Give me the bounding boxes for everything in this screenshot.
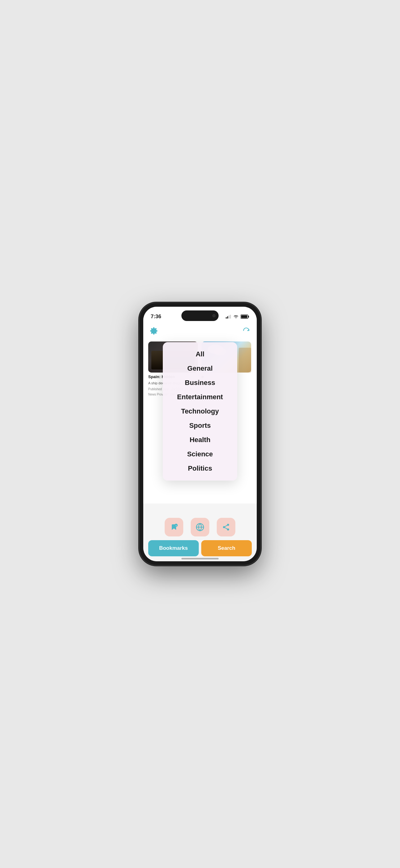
status-bar: 7:36 bbox=[143, 307, 257, 323]
status-icons bbox=[226, 314, 249, 319]
app-header bbox=[143, 323, 257, 339]
bottom-actions: + bbox=[143, 515, 257, 561]
svg-rect-2 bbox=[229, 315, 229, 318]
dropdown-overlay: All General Business Entertainment Techn… bbox=[143, 339, 257, 503]
signal-icon bbox=[226, 315, 231, 318]
wifi-icon bbox=[233, 314, 239, 319]
category-item-sports[interactable]: Sports bbox=[163, 418, 237, 433]
category-item-entertainment[interactable]: Entertainment bbox=[163, 390, 237, 404]
status-time: 7:36 bbox=[151, 314, 161, 320]
phone-frame: 7:36 bbox=[139, 303, 261, 565]
dynamic-island bbox=[181, 310, 219, 321]
category-item-science[interactable]: Science bbox=[163, 447, 237, 461]
bookmark-icon-btn[interactable]: + bbox=[165, 518, 183, 536]
svg-line-13 bbox=[225, 528, 227, 529]
content-area: Spain: hidden A ship declared drugs i ma… bbox=[143, 339, 257, 503]
globe-icon-btn[interactable] bbox=[191, 518, 209, 536]
category-item-business[interactable]: Business bbox=[163, 376, 237, 390]
svg-point-12 bbox=[227, 528, 229, 531]
svg-rect-6 bbox=[241, 315, 247, 318]
battery-icon bbox=[241, 314, 249, 319]
svg-rect-1 bbox=[227, 316, 228, 318]
icon-row: + bbox=[148, 518, 252, 536]
share-icon-btn[interactable] bbox=[217, 518, 235, 536]
svg-point-10 bbox=[227, 524, 229, 526]
phone-screen: 7:36 bbox=[143, 307, 257, 561]
tab-row: Bookmarks Search bbox=[148, 540, 252, 556]
bookmarks-tab[interactable]: Bookmarks bbox=[148, 540, 199, 556]
category-item-politics[interactable]: Politics bbox=[163, 461, 237, 475]
category-dropdown: All General Business Entertainment Techn… bbox=[163, 342, 237, 480]
category-item-general[interactable]: General bbox=[163, 361, 237, 376]
category-item-health[interactable]: Health bbox=[163, 433, 237, 447]
gear-icon[interactable] bbox=[148, 326, 159, 337]
svg-rect-5 bbox=[248, 316, 249, 318]
svg-text:+: + bbox=[175, 524, 177, 527]
svg-rect-3 bbox=[230, 315, 231, 318]
svg-line-14 bbox=[225, 525, 227, 527]
camera-dot bbox=[212, 314, 215, 317]
svg-point-11 bbox=[223, 526, 225, 528]
category-item-technology[interactable]: Technology bbox=[163, 404, 237, 418]
category-item-all[interactable]: All bbox=[163, 347, 237, 361]
search-tab[interactable]: Search bbox=[201, 540, 252, 556]
refresh-icon[interactable] bbox=[241, 326, 252, 337]
svg-rect-0 bbox=[226, 317, 227, 318]
home-indicator bbox=[181, 558, 219, 559]
